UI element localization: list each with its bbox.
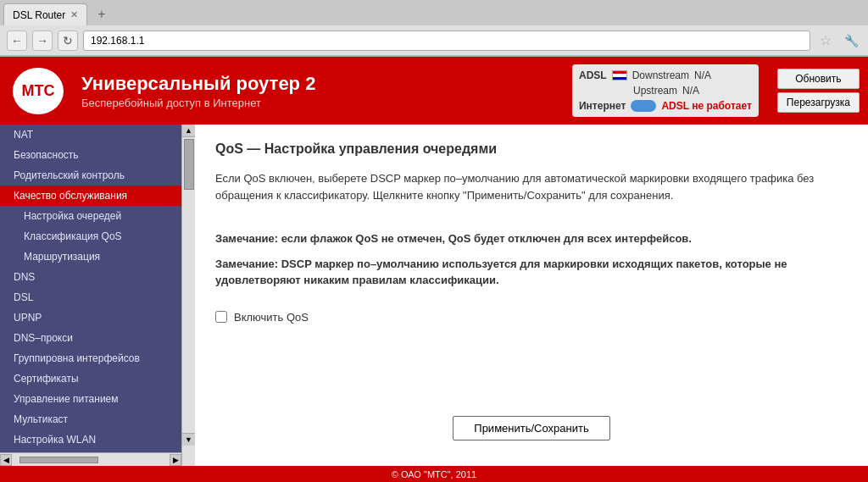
sidebar-item-routing[interactable]: Маршрутизация (0, 247, 181, 267)
main-content: QoS — Настройка управления очередями Есл… (195, 125, 868, 466)
forward-button[interactable]: → (32, 30, 53, 51)
sidebar-item-interface-group[interactable]: Группировна интерфейсов (0, 348, 181, 368)
header: МТС Универсальный роутер 2 Бесперебойный… (0, 57, 868, 125)
tab-close-button[interactable]: ✕ (70, 9, 78, 20)
sidebar-item-upnp[interactable]: UPNP (0, 307, 181, 328)
header-title-block: Универсальный роутер 2 Бесперебойный дос… (81, 73, 559, 109)
tab-bar: DSL Router ✕ + (0, 0, 868, 25)
sidebar-item-security[interactable]: Безопасность (0, 145, 181, 165)
mts-logo-text: МТС (22, 82, 55, 100)
back-button[interactable]: ← (7, 30, 27, 51)
adsl-label: ADSL (579, 69, 607, 81)
nav-bar: ← → ↻ ☆ 🔧 (0, 25, 868, 56)
qos-enable-label: Включить QoS (234, 311, 309, 324)
reboot-button[interactable]: Перезагрузка (777, 92, 860, 113)
sidebar: NAT Безопасность Родительский контроль К… (0, 125, 195, 466)
content-area: NAT Безопасность Родительский контроль К… (0, 125, 868, 466)
qos-enable-checkbox[interactable] (215, 311, 227, 323)
sidebar-item-parental[interactable]: Родительский контроль (0, 165, 181, 186)
apply-button-row: Применить/Сохранить (215, 416, 848, 449)
apply-save-button[interactable]: Применить/Сохранить (453, 416, 609, 440)
internet-row: Интернет ADSL не работает (579, 100, 752, 112)
internet-toggle[interactable] (631, 100, 656, 112)
reload-button[interactable]: ↻ (58, 30, 78, 51)
hscroll-left-button[interactable]: ◀ (0, 454, 12, 466)
hscroll-thumb[interactable] (19, 457, 98, 463)
sidebar-item-qos-classification[interactable]: Классификация QoS (0, 226, 181, 247)
sidebar-item-dns-proxy[interactable]: DNS–прокси (0, 328, 181, 348)
header-status: ADSL Downstream N/A Upstream N/A Интерне… (572, 64, 759, 117)
page: МТС Универсальный роутер 2 Бесперебойный… (0, 57, 868, 482)
sidebar-scrollbar[interactable]: ▲ ▼ (181, 125, 195, 466)
sidebar-item-wlan[interactable]: Настройка WLAN (0, 429, 181, 450)
active-tab[interactable]: DSL Router ✕ (3, 3, 87, 25)
page-title: QoS — Настройка управления очередями (215, 141, 848, 157)
header-logo: МТС (8, 65, 68, 116)
upstream-status-row: Upstream N/A (579, 85, 752, 97)
hscroll-track (12, 456, 170, 464)
scroll-down-button[interactable]: ▼ (182, 433, 195, 446)
refresh-button[interactable]: Обновить (777, 69, 860, 89)
footer-text: © ОАО "МТС", 2011 (392, 469, 476, 479)
mts-logo: МТС (13, 68, 64, 114)
settings-icon[interactable]: 🔧 (841, 30, 861, 51)
adsl-status-row: ADSL Downstream N/A (579, 69, 752, 81)
internet-label: Интернет (579, 100, 626, 112)
sidebar-item-certificates[interactable]: Сертификаты (0, 368, 181, 389)
sidebar-item-queue-settings[interactable]: Настройка очередей (0, 206, 181, 226)
sidebar-item-nat[interactable]: NAT (0, 125, 181, 145)
address-bar[interactable] (83, 30, 810, 51)
adsl-not-working: ADSL не работает (661, 100, 751, 112)
footer: © ОАО "МТС", 2011 (0, 466, 868, 482)
sidebar-item-dns[interactable]: DNS (0, 267, 181, 287)
header-title: Универсальный роутер 2 (81, 73, 559, 95)
sidebar-hscroll[interactable]: ◀ ▶ (0, 452, 181, 466)
browser-chrome: DSL Router ✕ + ← → ↻ ☆ 🔧 (0, 0, 868, 57)
sidebar-item-dsl[interactable]: DSL (0, 287, 181, 307)
hscroll-right-button[interactable]: ▶ (170, 454, 181, 466)
upstream-label: Upstream (633, 85, 677, 97)
tab-title: DSL Router (13, 9, 65, 21)
scroll-thumb[interactable] (184, 139, 194, 190)
new-tab-button[interactable]: + (91, 3, 112, 25)
upstream-value: N/A (682, 85, 699, 97)
sidebar-item-power[interactable]: Управление питанием (0, 389, 181, 409)
scroll-up-button[interactable]: ▲ (182, 125, 195, 137)
sidebar-item-multicast[interactable]: Мультикаст (0, 409, 181, 429)
header-buttons: Обновить Перезагрузка (777, 69, 860, 113)
note1-text: Замечание: если флажок QoS не отмечен, Q… (215, 230, 848, 247)
qos-enable-row: Включить QoS (215, 311, 848, 324)
note2-text: Замечание: DSCP маркер по–умолчанию испо… (215, 256, 848, 289)
bookmark-icon[interactable]: ☆ (815, 30, 836, 51)
header-subtitle: Бесперебойный доступ в Интернет (81, 97, 559, 109)
sidebar-item-qos[interactable]: Качество обслуживания (0, 186, 181, 206)
adsl-flag-icon (612, 70, 627, 80)
downstream-label: Downstream (632, 69, 689, 81)
description-text: Если QoS включен, выберете DSCP маркер п… (215, 170, 848, 203)
downstream-value: N/A (694, 69, 711, 81)
